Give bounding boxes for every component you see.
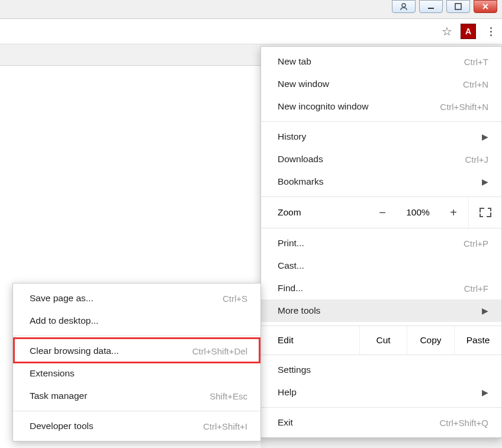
menu-help[interactable]: Help▶ [261,381,501,404]
chevron-right-icon: ▶ [482,177,488,186]
more-tools-submenu: Save page as...Ctrl+S Add to desktop... … [12,283,261,441]
chrome-main-menu: New tabCtrl+T New windowCtrl+N New incog… [260,46,502,438]
submenu-save-page[interactable]: Save page as...Ctrl+S [13,287,260,310]
menu-new-window[interactable]: New windowCtrl+N [261,73,501,95]
svg-rect-2 [455,4,461,9]
menu-zoom: Zoom − 100% + [261,197,501,228]
edit-paste-button[interactable]: Paste [454,326,501,354]
menu-find[interactable]: Find...Ctrl+F [261,277,501,299]
minimize-button[interactable] [419,0,443,13]
zoom-level: 100% [397,207,439,218]
menu-print[interactable]: Print...Ctrl+P [261,232,501,254]
svg-point-0 [402,4,406,7]
close-button[interactable] [474,0,497,13]
maximize-button[interactable] [446,0,470,13]
submenu-clear-browsing-data[interactable]: Clear browsing data...Ctrl+Shift+Del [13,340,260,362]
edit-copy-button[interactable]: Copy [407,326,454,354]
zoom-in-button[interactable]: + [439,206,468,220]
fullscreen-button[interactable] [468,197,501,228]
edit-cut-button[interactable]: Cut [359,326,407,354]
menu-new-tab[interactable]: New tabCtrl+T [261,50,501,73]
window-controls [392,0,502,17]
zoom-out-button[interactable]: − [368,206,397,220]
more-menu-icon[interactable] [484,24,497,40]
tab-strip [0,44,260,66]
menu-downloads[interactable]: DownloadsCtrl+J [261,148,501,170]
menu-bookmarks[interactable]: Bookmarks▶ [261,170,501,193]
chevron-right-icon: ▶ [482,132,488,141]
menu-exit[interactable]: ExitCtrl+Shift+Q [261,411,501,434]
menu-edit-row: Edit Cut Copy Paste [261,326,501,354]
menu-new-incognito[interactable]: New incognito windowCtrl+Shift+N [261,95,501,118]
adobe-extension-icon[interactable]: A [461,24,476,39]
submenu-task-manager[interactable]: Task managerShift+Esc [13,385,260,407]
menu-cast[interactable]: Cast... [261,254,501,277]
bookmark-star-icon[interactable]: ☆ [442,24,452,38]
menu-history[interactable]: History▶ [261,125,501,148]
chevron-right-icon: ▶ [482,306,488,315]
submenu-developer-tools[interactable]: Developer toolsCtrl+Shift+I [13,415,260,437]
menu-more-tools[interactable]: More tools▶ [261,299,501,322]
menu-settings[interactable]: Settings [261,359,501,381]
submenu-extensions[interactable]: Extensions [13,362,260,385]
user-button[interactable] [392,0,416,13]
submenu-add-desktop[interactable]: Add to desktop... [13,310,260,332]
chevron-right-icon: ▶ [482,388,488,397]
browser-toolbar: ☆ A [0,18,502,44]
